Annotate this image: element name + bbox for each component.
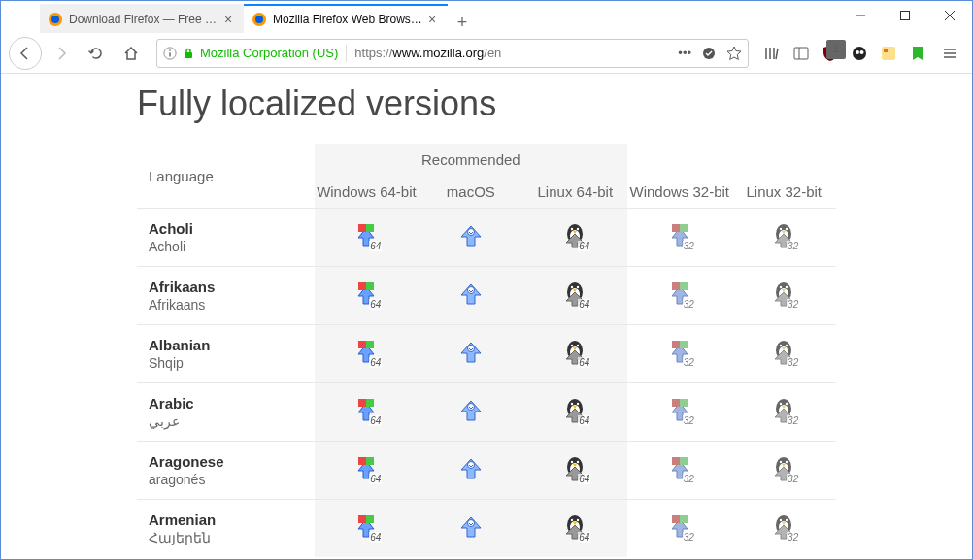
addon-icon-2[interactable] [879,44,898,63]
svg-rect-44 [680,282,688,290]
svg-rect-83 [680,457,688,465]
download-win64[interactable]: 64 [352,222,380,249]
download-win64[interactable]: 64 [352,397,380,424]
hamburger-menu-icon[interactable] [935,39,964,68]
bits-label: 64 [369,241,382,251]
svg-rect-70 [680,399,688,407]
download-linux32[interactable]: 32 [770,513,797,541]
library-icon[interactable] [762,44,782,63]
download-win64[interactable]: 64 [352,339,380,366]
tab-title: Download Firefox — Free Web B [69,13,220,26]
firefox-icon [48,12,63,27]
reload-button[interactable] [81,38,112,69]
download-win32[interactable]: 32 [666,397,693,424]
download-win64[interactable]: 64 [352,455,380,482]
language-name-en: Albanian [149,337,303,353]
download-mac[interactable] [457,222,485,249]
download-win32[interactable]: 32 [666,455,693,482]
svg-rect-36 [358,282,366,290]
svg-rect-88 [358,515,366,523]
download-mac[interactable] [457,513,485,541]
close-icon[interactable]: × [424,12,440,27]
maximize-button[interactable] [883,1,927,30]
svg-point-60 [780,344,782,346]
download-win64[interactable]: 64 [352,513,380,541]
download-linux64[interactable]: 64 [561,513,588,541]
minimize-button[interactable] [838,1,883,30]
download-linux32[interactable]: 32 [770,280,797,308]
close-button[interactable] [927,1,972,30]
site-identity[interactable]: Mozilla Corporation (US) [163,46,338,60]
new-tab-button[interactable]: + [448,13,477,33]
svg-point-74 [786,402,788,404]
download-linux64[interactable]: 64 [561,222,588,249]
addon-icon-3[interactable] [908,44,927,63]
download-mac[interactable] [457,397,485,424]
download-linux32[interactable]: 32 [770,397,797,424]
svg-point-41 [571,285,573,287]
language-name-native: Afrikaans [149,297,303,313]
download-linux32[interactable]: 32 [770,455,797,482]
sidebar-icon[interactable] [791,44,811,63]
download-mac[interactable] [457,339,485,366]
svg-point-99 [780,518,782,520]
download-win64[interactable]: 64 [352,280,380,308]
ublock-icon[interactable]: 1 [821,44,840,63]
svg-rect-50 [366,341,374,348]
bits-label: 32 [787,415,799,426]
download-win32[interactable]: 32 [666,513,693,541]
svg-rect-62 [358,399,366,407]
bits-label: 32 [683,532,695,543]
bits-label: 64 [369,299,382,310]
bits-label: 64 [578,241,590,251]
svg-point-34 [780,227,782,229]
window-controls [838,1,972,33]
browser-tab-2[interactable]: Mozilla Firefox Web Browser — × [244,4,448,33]
svg-point-81 [577,460,579,462]
language-cell: Acholi Acholi [137,209,315,267]
addon-icon-1[interactable] [850,44,869,63]
download-mac[interactable] [457,455,485,482]
browser-tab-1[interactable]: Download Firefox — Free Web B × [40,4,244,33]
col-header-linux64: Linux 64-bit [523,176,627,209]
close-icon[interactable]: × [220,12,236,27]
svg-point-28 [571,227,573,229]
identity-org: Mozilla Corporation (US) [200,46,338,60]
download-win32[interactable]: 32 [666,222,693,249]
bits-label: 32 [683,474,695,484]
download-win32[interactable]: 32 [666,339,693,366]
language-name-en: Afrikaans [149,279,303,295]
bookmark-star-icon[interactable] [726,46,742,61]
bits-label: 32 [787,241,799,251]
table-row: Armenian Հայերեն 64643232 [137,500,836,558]
download-linux64[interactable]: 64 [561,455,588,482]
download-linux32[interactable]: 32 [770,339,797,366]
firefox-icon [252,12,267,27]
svg-point-3 [255,16,263,23]
forward-button[interactable] [46,38,77,69]
col-header-mac: macOS [419,176,522,209]
language-name-native: عربي [149,413,303,429]
svg-rect-96 [680,515,688,523]
col-header-language: Language [137,144,315,209]
page-action-icon[interactable]: ••• [678,46,691,60]
reader-mode-icon[interactable] [701,46,717,61]
svg-point-15 [853,47,866,60]
download-win32[interactable]: 32 [666,280,693,308]
url-bar[interactable]: Mozilla Corporation (US) https://www.moz… [156,39,749,68]
download-mac[interactable] [457,280,485,308]
home-button[interactable] [116,38,147,69]
download-linux64[interactable]: 64 [561,280,588,308]
download-linux64[interactable]: 64 [561,397,588,424]
download-linux64[interactable]: 64 [561,339,588,366]
language-cell: Aragonese aragonés [137,442,315,500]
download-linux32[interactable]: 32 [770,222,797,249]
page-viewport[interactable]: Fully localized versions Language Recomm… [1,74,972,559]
svg-rect-23 [358,224,366,232]
back-button[interactable] [9,37,42,70]
svg-point-86 [780,460,782,462]
bits-label: 64 [369,357,382,368]
language-name-en: Arabic [149,395,303,412]
svg-rect-57 [680,341,688,348]
bits-label: 64 [578,357,590,368]
